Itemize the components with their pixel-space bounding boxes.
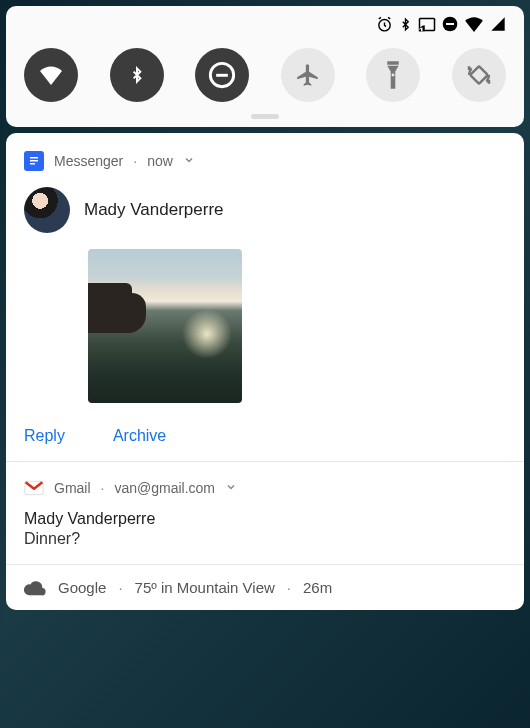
quick-settings-panel <box>6 6 524 127</box>
separator: · <box>101 480 105 496</box>
separator: · <box>118 579 122 596</box>
dnd-status-icon <box>442 16 458 32</box>
wifi-status-icon <box>464 16 484 32</box>
gmail-account: van@gmail.com <box>114 480 215 496</box>
qs-airplane-tile[interactable] <box>281 48 335 102</box>
messenger-notification[interactable]: Messenger · now Mady Vanderperre Reply A… <box>6 133 524 461</box>
gmail-header[interactable]: Gmail · van@gmail.com <box>24 480 506 496</box>
weather-notification[interactable]: Google · 75º in Mountain View · 26m <box>6 565 524 610</box>
chevron-down-icon[interactable] <box>183 154 195 169</box>
separator: · <box>133 153 137 169</box>
cast-icon <box>418 17 436 32</box>
qs-rotate-tile[interactable] <box>452 48 506 102</box>
message-image-attachment[interactable] <box>88 249 242 403</box>
messenger-sender-name: Mady Vanderperre <box>84 200 224 220</box>
cellular-status-icon <box>490 16 506 32</box>
weather-row: Google · 75º in Mountain View · 26m <box>24 579 506 596</box>
bluetooth-icon <box>399 16 412 33</box>
alarm-icon <box>376 16 393 33</box>
chevron-down-icon[interactable] <box>225 481 237 496</box>
messenger-actions: Reply Archive <box>24 427 506 445</box>
quick-settings-tiles <box>16 36 514 106</box>
gmail-app-name: Gmail <box>54 480 91 496</box>
svg-rect-6 <box>216 74 228 77</box>
messenger-header[interactable]: Messenger · now <box>24 151 506 171</box>
weather-time: 26m <box>303 579 332 596</box>
messenger-sender-row: Mady Vanderperre <box>24 187 506 233</box>
qs-dnd-tile[interactable] <box>195 48 249 102</box>
qs-bluetooth-tile[interactable] <box>110 48 164 102</box>
cloud-icon <box>24 580 46 596</box>
weather-source: Google <box>58 579 106 596</box>
svg-point-7 <box>392 74 395 77</box>
messenger-app-icon <box>24 151 44 171</box>
gmail-subject: Dinner? <box>24 530 506 548</box>
qs-expand-handle[interactable] <box>251 114 279 119</box>
gmail-sender-name: Mady Vanderperre <box>24 510 506 528</box>
qs-flashlight-tile[interactable] <box>366 48 420 102</box>
messenger-time: now <box>147 153 173 169</box>
notifications-card: Messenger · now Mady Vanderperre Reply A… <box>6 133 524 610</box>
gmail-notification[interactable]: Gmail · van@gmail.com Mady Vanderperre D… <box>6 462 524 564</box>
svg-rect-4 <box>446 23 454 25</box>
weather-summary: 75º in Mountain View <box>135 579 275 596</box>
svg-rect-8 <box>470 66 488 84</box>
gmail-app-icon <box>24 480 44 496</box>
separator: · <box>287 579 291 596</box>
archive-button[interactable]: Archive <box>113 427 166 445</box>
status-bar <box>16 12 514 36</box>
sender-avatar <box>24 187 70 233</box>
messenger-app-name: Messenger <box>54 153 123 169</box>
reply-button[interactable]: Reply <box>24 427 65 445</box>
qs-wifi-tile[interactable] <box>24 48 78 102</box>
